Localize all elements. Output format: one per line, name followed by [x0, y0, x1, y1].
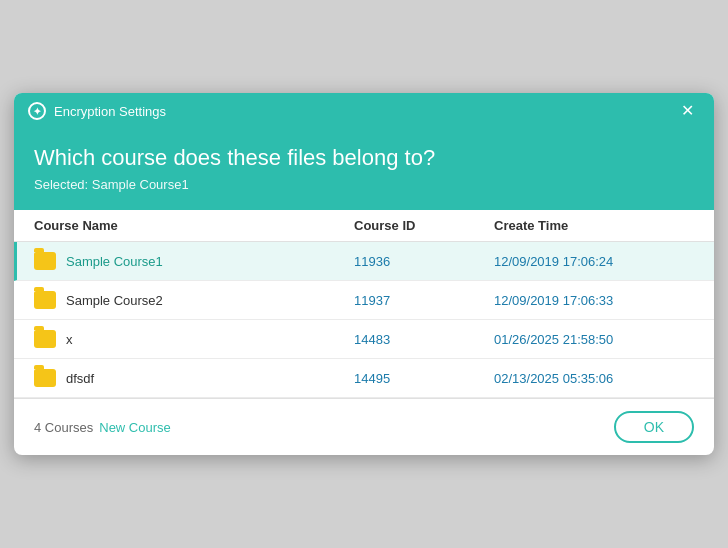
dialog-icon: ✦: [28, 102, 46, 120]
table-row[interactable]: dfsdf 14495 02/13/2025 05:35:06: [14, 359, 714, 398]
col-header-name: Course Name: [34, 218, 354, 233]
encryption-settings-dialog: ✦ Encryption Settings ✕ Which course doe…: [14, 93, 714, 455]
create-time: 01/26/2025 21:58:50: [494, 332, 694, 347]
courses-table: Course Name Course ID Create Time Sample…: [14, 210, 714, 398]
header-question: Which course does these files belong to?: [34, 145, 694, 171]
col-header-id: Course ID: [354, 218, 494, 233]
dialog-header: Which course does these files belong to?…: [14, 129, 714, 210]
courses-count: 4 Courses: [34, 420, 93, 435]
course-id: 11937: [354, 293, 494, 308]
row-name-cell: Sample Course2: [34, 291, 354, 309]
row-name-cell: dfsdf: [34, 369, 354, 387]
course-id: 14483: [354, 332, 494, 347]
folder-icon: [34, 369, 56, 387]
close-button[interactable]: ✕: [675, 101, 700, 121]
folder-icon: [34, 252, 56, 270]
course-name: x: [66, 332, 73, 347]
table-header-row: Course Name Course ID Create Time: [14, 210, 714, 242]
dialog-title: Encryption Settings: [54, 104, 667, 119]
course-id: 11936: [354, 254, 494, 269]
table-row[interactable]: Sample Course1 11936 12/09/2019 17:06:24: [14, 242, 714, 281]
header-selected-info: Selected: Sample Course1: [34, 177, 694, 192]
table-row[interactable]: x 14483 01/26/2025 21:58:50: [14, 320, 714, 359]
row-name-cell: x: [34, 330, 354, 348]
table-row[interactable]: Sample Course2 11937 12/09/2019 17:06:33: [14, 281, 714, 320]
title-bar: ✦ Encryption Settings ✕: [14, 93, 714, 129]
course-id: 14495: [354, 371, 494, 386]
row-name-cell: Sample Course1: [34, 252, 354, 270]
footer-left: 4 Courses New Course: [34, 420, 171, 435]
folder-icon: [34, 330, 56, 348]
course-name: Sample Course1: [66, 254, 163, 269]
create-time: 02/13/2025 05:35:06: [494, 371, 694, 386]
col-header-time: Create Time: [494, 218, 694, 233]
folder-icon: [34, 291, 56, 309]
ok-button[interactable]: OK: [614, 411, 694, 443]
new-course-link[interactable]: New Course: [99, 420, 171, 435]
course-name: dfsdf: [66, 371, 94, 386]
create-time: 12/09/2019 17:06:33: [494, 293, 694, 308]
course-name: Sample Course2: [66, 293, 163, 308]
dialog-footer: 4 Courses New Course OK: [14, 398, 714, 455]
create-time: 12/09/2019 17:06:24: [494, 254, 694, 269]
